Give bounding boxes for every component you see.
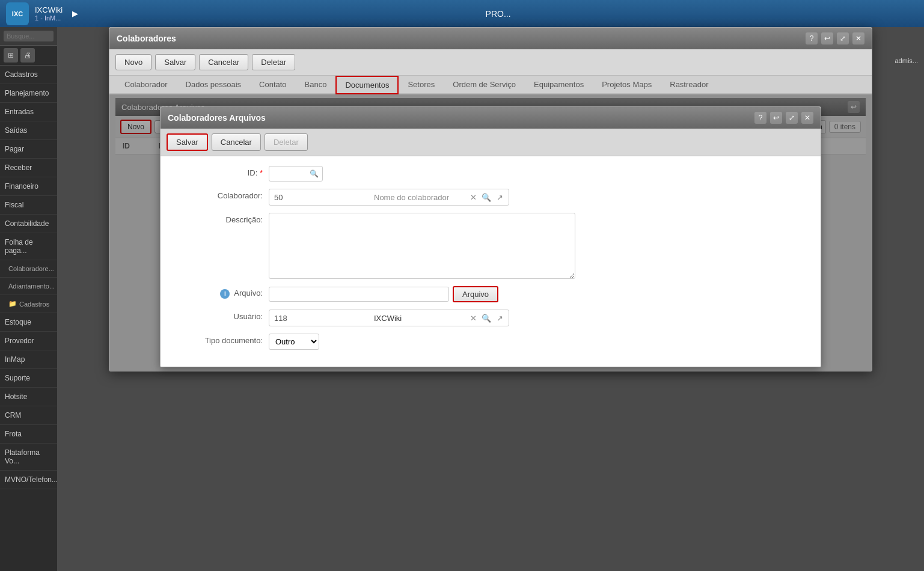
salvar-button[interactable]: Salvar [155,54,195,70]
tipo-doc-label: Tipo documento: [173,334,269,345]
sidebar-item-contabilidade[interactable]: Contabilidade [0,215,57,233]
arquivo-input[interactable] [269,287,449,302]
form-row-descricao: Descrição: [173,213,809,279]
colaborador-field: 50 Nome do colaborador ✕ 🔍 ↗ [269,189,509,206]
usuario-clear-btn[interactable]: ✕ [467,311,480,325]
tab-banco[interactable]: Banco [296,76,336,94]
grid-icon[interactable]: ⊞ [4,48,18,63]
modal-title-bar: Colaboradores Arquivos ? ↩ ⤢ ✕ [161,107,821,129]
sidebar-item-receber[interactable]: Receber [0,159,57,177]
sidebar-search-area [0,27,57,46]
sidebar-item-folha[interactable]: Folha de paga... [0,233,57,260]
inner-modal-overlay: Colaboradores Arquivos ? ↩ ⤢ ✕ Salvar C [109,94,872,371]
sidebar-item-adiantamento[interactable]: Adiantamento... [0,278,57,295]
usuario-label: Usuário: [173,310,269,321]
sidebar-item-fiscal[interactable]: Fiscal [0,196,57,215]
sidebar-item-mvno[interactable]: MVNO/Telefon... [0,471,57,489]
search-input[interactable] [4,31,54,41]
help-icon[interactable]: ? [806,32,818,44]
form-row-tipo-doc: Tipo documento: Outro Contrato RG CPF CN… [173,334,809,350]
arquivo-button[interactable]: Arquivo [453,286,498,302]
app-subtitle: 1 - InM... [35,14,63,22]
descricao-textarea[interactable] [269,213,575,279]
sidebar-item-suporte[interactable]: Suporte [0,369,57,388]
form-row-arquivo: i Arquivo: Arquivo [173,286,809,302]
colaborador-search-btn[interactable]: 🔍 [480,191,493,204]
sidebar-item-plataforma[interactable]: Plataforma Vo... [0,444,57,471]
sidebar-item-entradas[interactable]: Entradas [0,103,57,121]
modal-title: Colaboradores Arquivos [168,113,266,123]
colaborador-name: Nome do colaborador [372,192,467,203]
usuario-id: 118 [272,313,367,324]
expand-icon[interactable]: ⤢ [837,32,849,44]
sidebar-item-crm[interactable]: CRM [0,406,57,425]
sidebar-item-financeiro[interactable]: Financeiro [0,177,57,196]
tab-documentos[interactable]: Documentos [335,76,399,94]
colaboradores-window-container: Colaboradores ? ↩ ⤢ ✕ Novo Salvar Cancel… [57,27,924,571]
id-search-icon[interactable]: 🔍 [308,168,320,180]
sidebar-item-cadastros-sub[interactable]: 📁 Cadastros [0,295,57,313]
tab-contato[interactable]: Contato [250,76,296,94]
sidebar-item-cadastros[interactable]: Cadastros [0,66,57,84]
modal-form: ID: * 🔍 Colaborador: [161,156,821,367]
modal-close-icon[interactable]: ✕ [801,112,813,124]
tab-setores[interactable]: Setores [399,76,444,94]
sidebar: ⊞ 🖨 Cadastros Planejamento Entradas Saíd… [0,27,57,571]
sidebar-item-pagar[interactable]: Pagar [0,140,57,159]
tab-projetos-maps[interactable]: Projetos Maps [593,76,661,94]
colaborador-label: Colaborador: [173,189,269,200]
print-icon[interactable]: 🖨 [20,48,35,63]
colaboradores-tabs: Colaborador Dados pessoais Contato Banco… [109,76,872,94]
modal-toolbar: Salvar Cancelar Deletar [161,129,821,156]
modal-help-icon[interactable]: ? [754,112,766,124]
arquivo-row: Arquivo [269,286,498,302]
usuario-search-btn[interactable]: 🔍 [480,311,493,325]
colaborador-clear-btn[interactable]: ✕ [467,191,480,204]
tab-ordem-servico[interactable]: Ordem de Serviço [444,76,525,94]
colaborador-open-btn[interactable]: ↗ [493,191,506,204]
tab-rastreador[interactable]: Rastreador [661,76,717,94]
sidebar-item-provedor[interactable]: Provedor [0,332,57,350]
app-logo: IXC [6,2,29,25]
deletar-button[interactable]: Deletar [252,54,295,70]
form-row-colaborador: Colaborador: 50 Nome do colaborador ✕ 🔍 … [173,189,809,206]
modal-salvar-button[interactable]: Salvar [167,133,208,151]
colaborador-id: 50 [272,192,367,203]
sidebar-item-frota[interactable]: Frota [0,425,57,444]
sidebar-icon-bar: ⊞ 🖨 [0,46,57,66]
sidebar-item-inmap[interactable]: InMap [0,350,57,369]
tab-colaborador[interactable]: Colaborador [115,76,177,94]
usuario-open-btn[interactable]: ↗ [493,311,506,325]
tab-equipamentos[interactable]: Equipamentos [525,76,593,94]
app-title: IXCWiki [35,5,63,14]
cancelar-button[interactable]: Cancelar [199,54,248,70]
form-row-id: ID: * 🔍 [173,166,809,182]
usuario-field: 118 IXCWiki ✕ 🔍 ↗ [269,310,509,326]
usuario-name: IXCWiki [372,313,467,324]
tipo-doc-select[interactable]: Outro Contrato RG CPF CNH [269,334,319,350]
sidebar-item-colaboradores[interactable]: Colaboradore... [0,260,57,278]
tab-dados-pessoais[interactable]: Dados pessoais [177,76,251,94]
arquivo-info-icon: i [220,289,230,299]
sidebar-item-estoque[interactable]: Estoque [0,313,57,332]
modal-history-icon[interactable]: ↩ [770,112,782,124]
id-input[interactable] [272,169,308,179]
id-label: ID: * [173,166,269,177]
sidebar-item-saidas[interactable]: Saídas [0,121,57,140]
window-controls: ? ↩ ⤢ ✕ [806,32,864,44]
colaboradores-arquivos-modal: Colaboradores Arquivos ? ↩ ⤢ ✕ Salvar C [160,106,821,367]
colaboradores-title: Colaboradores [117,34,176,43]
forward-btn[interactable]: ▶ [72,9,78,18]
modal-deletar-button[interactable]: Deletar [265,133,308,151]
novo-button[interactable]: Novo [115,54,151,70]
modal-cancelar-button[interactable]: Cancelar [212,133,261,151]
admin-info: admis... [895,57,918,64]
top-bar: IXC IXCWiki 1 - InM... ▶ PRO... [0,0,924,27]
modal-expand-icon[interactable]: ⤢ [786,112,798,124]
history-icon[interactable]: ↩ [821,32,833,44]
descricao-label: Descrição: [173,213,269,224]
sidebar-item-hotsite[interactable]: Hotsite [0,388,57,406]
sidebar-item-planejamento[interactable]: Planejamento [0,84,57,103]
id-field-container: 🔍 [269,166,323,182]
close-icon[interactable]: ✕ [852,32,864,44]
